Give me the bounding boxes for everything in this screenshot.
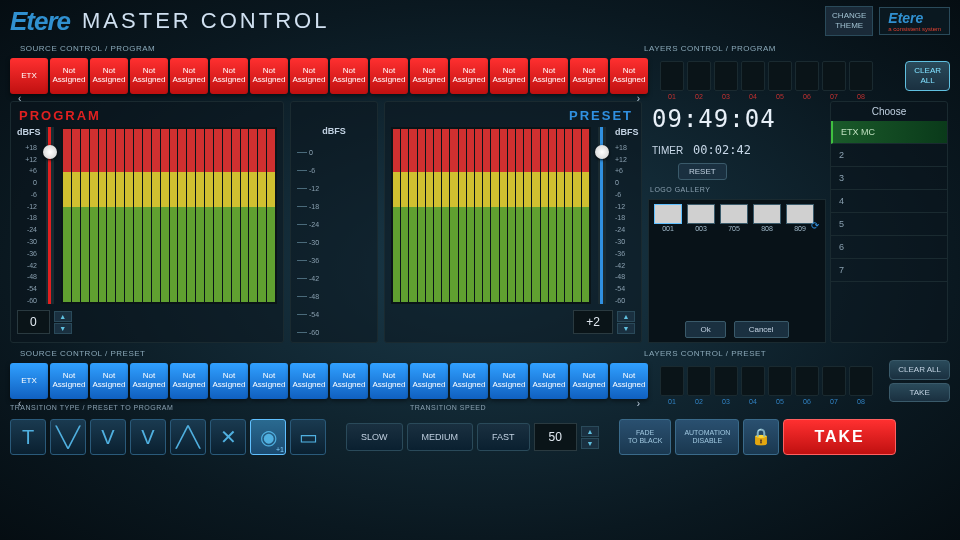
program-source-slot[interactable]: Not Assigned [90,58,128,94]
preset-source-slot[interactable]: Not Assigned [450,363,488,399]
lock-icon[interactable]: 🔒 [743,419,779,455]
preset-source-slot[interactable]: Not Assigned [90,363,128,399]
gallery-item-001[interactable]: 001 [653,204,683,232]
choose-header: Choose [831,102,947,121]
program-source-slot[interactable]: Not Assigned [370,58,408,94]
program-gain-up[interactable]: ▲ [54,311,72,322]
preset-take-button[interactable]: TAKE [889,383,950,403]
layers-program-label: LAYERS CONTROL / PROGRAM [634,42,786,55]
preset-layer-1[interactable] [660,366,684,396]
transition-box-icon[interactable]: ▭ [290,419,326,455]
preset-gain-down[interactable]: ▼ [617,323,635,334]
preset-source-slot[interactable]: Not Assigned [410,363,448,399]
preset-source-slot[interactable]: Not Assigned [530,363,568,399]
app-title: MASTER CONTROL [82,8,329,34]
gallery-item-003[interactable]: 003 [686,204,716,232]
program-layer-6[interactable] [795,61,819,91]
timer-reset-button[interactable]: RESET [678,163,727,180]
preset-source-slot[interactable]: Not Assigned [130,363,168,399]
preset-source-slot[interactable]: Not Assigned [610,363,648,399]
fade-to-black-button[interactable]: FADE TO BLACK [619,419,672,455]
preset-source-slot[interactable]: Not Assigned [210,363,248,399]
program-source-slot[interactable]: Not Assigned [170,58,208,94]
transition-pip-icon[interactable]: ◉ [250,419,286,455]
program-source-slot[interactable]: Not Assigned [250,58,288,94]
preset-source-slot[interactable]: Not Assigned [170,363,208,399]
preset-source-prev[interactable]: ‹ [18,398,21,409]
preset-source-next[interactable]: › [637,398,640,409]
speed-medium-button[interactable]: MEDIUM [407,423,474,451]
program-source-slot[interactable]: Not Assigned [130,58,168,94]
choose-item-1[interactable]: ETX MC [831,121,947,144]
program-source-prev[interactable]: ‹ [18,93,21,104]
program-layer-3[interactable] [714,61,738,91]
program-source-slot[interactable]: Not Assigned [450,58,488,94]
preset-source-slot[interactable]: Not Assigned [250,363,288,399]
program-source-slot[interactable]: Not Assigned [290,58,328,94]
preset-layer-4[interactable] [741,366,765,396]
choose-item-6[interactable]: 6 [831,236,947,259]
program-source-next[interactable]: › [637,93,640,104]
preset-layer-3[interactable] [714,366,738,396]
program-source-slot[interactable]: Not Assigned [570,58,608,94]
preset-source-slot[interactable]: Not Assigned [570,363,608,399]
program-source-slot[interactable]: Not Assigned [530,58,568,94]
preset-layer-5[interactable] [768,366,792,396]
program-slider-knob[interactable] [43,145,57,159]
transition-cross-icon[interactable]: ✕ [210,419,246,455]
transition-wipe-v-icon[interactable]: V [90,419,126,455]
preset-layer-7[interactable] [822,366,846,396]
program-layer-7[interactable] [822,61,846,91]
program-layer-4[interactable] [741,61,765,91]
program-source-slot[interactable]: Not Assigned [490,58,528,94]
speed-value: 50 [534,423,577,451]
speed-slow-button[interactable]: SLOW [346,423,403,451]
program-source-slot[interactable]: Not Assigned [50,58,88,94]
speed-down[interactable]: ▼ [581,438,599,449]
gallery-cancel-button[interactable]: Cancel [734,321,789,338]
program-source-slot[interactable]: Not Assigned [410,58,448,94]
gallery-ok-button[interactable]: Ok [685,321,725,338]
gallery-refresh-icon[interactable]: ⟳ [811,220,819,231]
automation-disable-button[interactable]: AUTOMATION DISABLE [675,419,739,455]
transition-wipe-down-icon[interactable]: ╲╱ [50,419,86,455]
program-clear-all-button[interactable]: CLEAR ALL [905,61,950,90]
speed-fast-button[interactable]: FAST [477,423,530,451]
choose-item-5[interactable]: 5 [831,213,947,236]
program-layer-1[interactable] [660,61,684,91]
preset-layer-2[interactable] [687,366,711,396]
preset-source-etx[interactable]: ETX [10,363,48,399]
change-theme-button[interactable]: CHANGE THEME [825,6,873,35]
preset-clear-all-button[interactable]: CLEAR ALL [889,360,950,380]
preset-slider-knob[interactable] [595,145,609,159]
preset-source-slot[interactable]: Not Assigned [330,363,368,399]
program-source-slot[interactable]: Not Assigned [330,58,368,94]
preset-slider[interactable] [598,127,606,304]
choose-item-7[interactable]: 7 [831,259,947,282]
program-layer-8[interactable] [849,61,873,91]
preset-source-slot[interactable]: Not Assigned [490,363,528,399]
preset-source-slot[interactable]: Not Assigned [370,363,408,399]
preset-layer-8[interactable] [849,366,873,396]
speed-up[interactable]: ▲ [581,426,599,437]
program-layer-2[interactable] [687,61,711,91]
transition-cut-icon[interactable]: T [10,419,46,455]
preset-source-slot[interactable]: Not Assigned [50,363,88,399]
take-button[interactable]: TAKE [783,419,895,455]
choose-item-3[interactable]: 3 [831,167,947,190]
program-gain-down[interactable]: ▼ [54,323,72,334]
preset-gain-up[interactable]: ▲ [617,311,635,322]
gallery-item-808[interactable]: 808 [752,204,782,232]
program-slider[interactable] [46,127,54,304]
transition-wipe-v2-icon[interactable]: V [130,419,166,455]
program-source-slot[interactable]: Not Assigned [210,58,248,94]
program-source-slot[interactable]: Not Assigned [610,58,648,94]
choose-item-2[interactable]: 2 [831,144,947,167]
preset-layer-6[interactable] [795,366,819,396]
preset-source-slot[interactable]: Not Assigned [290,363,328,399]
program-source-etx[interactable]: ETX [10,58,48,94]
program-layer-5[interactable] [768,61,792,91]
gallery-item-705[interactable]: 705 [719,204,749,232]
choose-item-4[interactable]: 4 [831,190,947,213]
transition-wipe-up-icon[interactable]: ╱╲ [170,419,206,455]
